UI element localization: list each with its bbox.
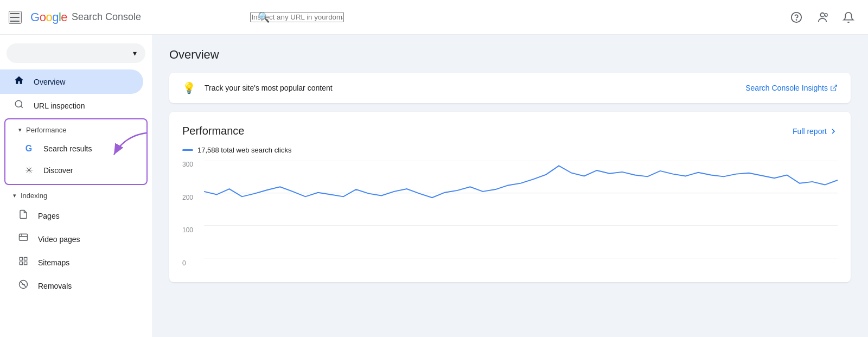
insight-link-text: Search Console Insights [745,84,828,92]
main-content: Overview 💡 Track your site's most popula… [152,35,868,337]
menu-button[interactable] [9,11,22,24]
chart-legend: 17,588 total web search clicks [182,146,838,154]
svg-rect-12 [24,257,27,260]
header-actions [786,7,859,28]
sidebar-item-pages[interactable]: Pages [0,204,143,227]
chart-y-labels: 300 200 100 0 [182,161,193,269]
search-console-insights-link[interactable]: Search Console Insights [745,84,838,92]
svg-rect-8 [20,234,28,240]
indexing-section-header[interactable]: ▾ Indexing [0,187,152,204]
performance-card: Performance Full report 17,588 total web… [169,112,851,282]
lightbulb-icon: 💡 [182,81,196,94]
google-logo: Google [30,10,67,24]
chart-line-svg [204,161,838,258]
performance-card-header: Performance Full report [182,125,838,137]
performance-card-title: Performance [182,125,245,137]
sidebar-item-sitemaps[interactable]: Sitemaps [0,251,143,274]
svg-line-6 [21,106,22,107]
discover-icon: ✳ [23,164,35,176]
y-label-300: 300 [182,161,193,168]
sidebar: ▾ Overview URL inspection [0,35,152,337]
insight-banner: 💡 Track your site's most popular content… [169,73,851,103]
help-button[interactable] [786,7,807,28]
indexing-section-label: Indexing [21,192,47,200]
main-layout: ▾ Overview URL inspection [0,35,868,337]
video-pages-icon [17,233,29,245]
svg-rect-11 [20,257,22,260]
sidebar-item-video-pages-label: Video pages [38,235,80,244]
sidebar-item-discover-label: Discover [43,166,73,175]
insight-banner-left: 💡 Track your site's most popular content [182,81,333,94]
indexing-collapse-arrow: ▾ [13,192,16,199]
chart-baseline [204,258,838,258]
sidebar-item-search-results-label: Search results [43,144,92,153]
logo-link[interactable]: Google Search Console [30,10,141,24]
search-bar-container: 🔍 [250,12,576,22]
sidebar-item-url-inspection[interactable]: URL inspection [0,94,143,117]
sidebar-item-removals[interactable]: Removals [0,274,143,297]
external-link-icon [830,84,838,92]
svg-rect-13 [24,262,27,265]
notifications-button[interactable] [838,7,859,28]
app-header: Google Search Console 🔍 [0,0,868,35]
arrow-annotation [108,130,152,163]
sidebar-item-url-inspection-label: URL inspection [34,101,85,110]
sidebar-item-overview[interactable]: Overview [0,69,143,94]
property-selector[interactable]: ▾ [7,43,145,63]
sidebar-item-removals-label: Removals [38,282,72,290]
product-name: Search Console [72,11,141,23]
full-report-text: Full report [793,127,827,136]
sidebar-item-pages-label: Pages [38,212,60,220]
full-report-link[interactable]: Full report [793,127,838,136]
y-label-200: 200 [182,194,193,201]
google-g-icon: G [23,144,35,154]
performance-section-box: ▾ Performance G Search results ✳ Discove… [4,118,148,185]
page-title: Overview [169,48,851,62]
chevron-right-icon [829,127,838,136]
sidebar-item-overview-label: Overview [34,78,65,86]
search-icon: 🔍 [258,11,270,23]
url-inspection-icon [13,99,25,112]
legend-line [182,149,193,151]
insight-text: Track your site's most popular content [205,84,333,92]
sitemaps-icon [17,256,29,269]
home-icon [13,75,25,88]
performance-section-label: Performance [26,126,66,134]
svg-rect-14 [20,262,22,265]
svg-point-5 [15,100,22,107]
sidebar-item-sitemaps-label: Sitemaps [38,258,69,267]
performance-collapse-arrow: ▾ [18,126,22,133]
chart-svg-container [204,161,838,258]
account-button[interactable] [812,7,833,28]
removals-icon [17,279,29,292]
sidebar-item-video-pages[interactable]: Video pages [0,227,143,251]
pages-icon [17,209,29,222]
svg-line-17 [833,85,837,88]
property-dropdown-icon: ▾ [133,49,137,58]
performance-chart: 300 200 100 0 [182,161,838,269]
property-selector-container: ▾ [7,43,145,63]
legend-label: 17,588 total web search clicks [197,146,291,154]
svg-point-1 [796,20,797,20]
y-label-0: 0 [182,259,193,267]
y-label-100: 100 [182,226,193,234]
